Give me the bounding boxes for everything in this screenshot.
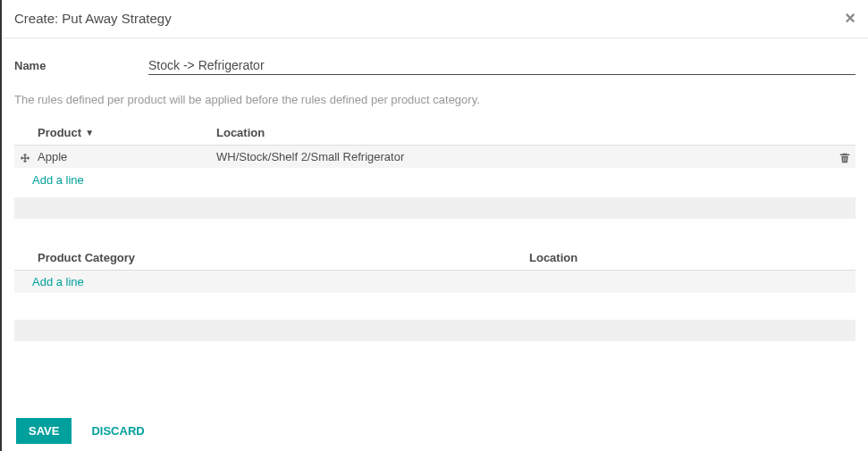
name-input[interactable] [148, 56, 855, 75]
product-cell[interactable]: Apple [38, 150, 216, 163]
table-row: Add a line [14, 271, 855, 293]
add-product-line-link[interactable]: Add a line [14, 168, 855, 192]
modal-body: Name The rules defined per product will … [2, 38, 868, 380]
modal-header: Create: Put Away Strategy × [2, 0, 868, 38]
name-field-row: Name [14, 56, 855, 75]
name-label: Name [14, 59, 148, 72]
product-table-header: Product ▼ Location [14, 121, 855, 146]
help-text: The rules defined per product will be ap… [14, 93, 855, 106]
category-column-header[interactable]: Product Category [38, 251, 529, 264]
placeholder-row [14, 197, 855, 219]
product-column-header[interactable]: Product ▼ [38, 126, 216, 139]
close-button[interactable]: × [845, 9, 855, 27]
placeholder-row [14, 320, 855, 341]
modal-title: Create: Put Away Strategy [14, 11, 172, 26]
location-column-header[interactable]: Location [216, 126, 829, 139]
save-button[interactable]: SAVE [16, 418, 72, 444]
modal-footer: SAVE DISCARD [4, 411, 868, 451]
category-table: Product Category Location Add a line [14, 246, 855, 341]
sort-caret-icon: ▼ [85, 128, 94, 138]
drag-handle-icon[interactable] [20, 150, 38, 163]
add-category-line-link[interactable]: Add a line [14, 271, 89, 293]
discard-button[interactable]: DISCARD [80, 418, 155, 444]
product-table: Product ▼ Location Apple WH/Stock/Shelf … [14, 121, 855, 219]
category-location-column-header[interactable]: Location [529, 251, 850, 264]
delete-row-icon[interactable] [839, 150, 850, 163]
table-row[interactable]: Apple WH/Stock/Shelf 2/Small Refrigerato… [14, 146, 855, 168]
category-table-header: Product Category Location [14, 246, 855, 271]
location-cell[interactable]: WH/Stock/Shelf 2/Small Refrigerator [216, 150, 829, 163]
